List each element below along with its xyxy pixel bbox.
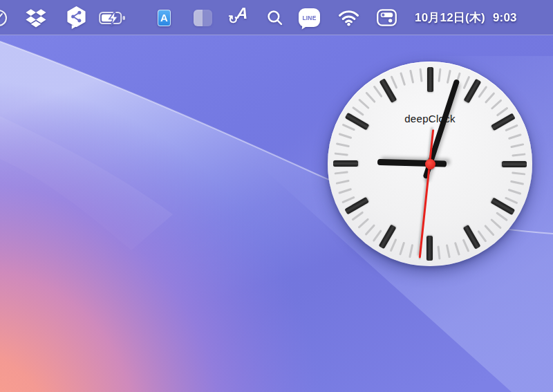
status-item-wifi[interactable] [338,0,359,35]
status-item-partial[interactable] [0,0,8,35]
dropbox-icon [26,8,46,28]
display-split-icon [194,10,212,26]
status-item-control-center[interactable] [377,0,397,35]
status-item-battery[interactable] [99,0,128,35]
wifi-icon [338,9,359,26]
hexagon-share-icon [66,6,87,29]
line-label: LINE [302,15,316,21]
menu-bar-clock[interactable]: 10月12日(木) 9:03 [415,0,517,35]
menu-bar-date: 10月12日(木) [415,10,485,26]
sync-arrow-icon: ↻ [228,14,238,26]
line-icon: LINE [299,8,320,27]
display-split-half [194,10,203,26]
status-item-async[interactable]: A ↻ [228,0,253,35]
status-item-hexshare[interactable] [66,0,87,35]
clock-face: deepClock [328,62,532,266]
search-icon [267,10,283,26]
partial-clock-icon [0,9,8,27]
ime-a-icon: A [158,10,171,26]
control-center-icon [377,9,397,26]
status-item-line[interactable]: LINE [299,0,320,35]
menu-bar: A A ↻ LINE [0,0,553,35]
clock-center-cap [425,159,435,169]
menu-bar-time: 9:03 [493,11,517,25]
status-item-display[interactable] [194,0,212,35]
battery-charging-icon [99,10,128,26]
ime-label: A [160,12,168,24]
second-hand [419,129,435,258]
status-item-ime[interactable]: A [158,0,171,35]
deepclock-widget[interactable]: deepClock [328,62,532,266]
status-item-dropbox[interactable] [26,0,46,35]
status-item-spotlight[interactable] [267,0,283,35]
desktop: A A ↻ LINE [0,0,553,392]
